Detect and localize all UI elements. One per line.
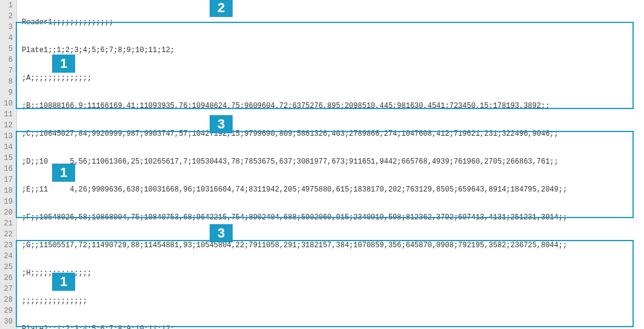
line-number: 16 <box>4 164 13 174</box>
code-line: ;G;;11505517,72;11490729,88;11454881,93;… <box>22 240 644 251</box>
highlight-box-plate1 <box>16 22 634 109</box>
code-line: Plate1;;1;2;3;4;5;6;7;8;9;10;11;12; <box>22 45 644 56</box>
line-number: 11 <box>4 109 13 120</box>
code-line: ;C;;10645027,84;9920999,987;9903747,57;1… <box>22 128 644 139</box>
line-number: 8 <box>4 76 13 87</box>
line-number: 7 <box>4 65 13 76</box>
line-number: 6 <box>4 55 13 65</box>
code-line: ;H;;;;;;;;;;;;;; <box>22 268 644 279</box>
line-number: 29 <box>4 305 13 316</box>
text-editor: 1 2 3 4 5 6 7 8 9 10 11 12 13 14 15 16 1… <box>0 0 644 329</box>
text-content[interactable]: Reader1;;;;;;;;;;;;;; Plate1;;1;2;3;4;5;… <box>17 0 644 329</box>
line-number: 30 <box>4 316 13 327</box>
line-number: 18 <box>4 185 13 196</box>
code-line: ;;;;;;;;;;;;;;; <box>22 296 644 307</box>
code-line: ;D;;10 5,56;11061366,25;10265617,7;10530… <box>22 156 644 167</box>
line-number: 17 <box>4 174 13 185</box>
line-number: 27 <box>4 284 13 294</box>
line-number: 23 <box>4 240 13 251</box>
line-number: 1 <box>4 0 13 11</box>
code-line: ;B;;10888166,9;11166169,41;11093935,76;1… <box>22 101 644 111</box>
code-line: Plate2;;1;2;3;4;5;6;7;8;9;10;11;12; <box>22 324 644 329</box>
code-line: ;A;;;;;;;;;;;;;; <box>22 73 644 84</box>
line-number: 25 <box>4 262 13 273</box>
code-line: ;E;;11 4,26;9909636,638;10031668,96;1031… <box>22 184 644 195</box>
line-number: 26 <box>4 273 13 284</box>
line-number: 21 <box>4 218 13 229</box>
line-number: 10 <box>4 98 13 109</box>
line-number: 13 <box>4 131 13 142</box>
annotation-marker-1: 1 <box>52 55 75 73</box>
annotation-marker-2: 2 <box>210 0 233 17</box>
line-number: 22 <box>4 229 13 240</box>
line-number: 12 <box>4 120 13 131</box>
code-line: Reader1;;;;;;;;;;;;;; <box>22 17 644 28</box>
line-number: 14 <box>4 142 13 153</box>
line-number: 28 <box>4 294 13 305</box>
highlight-box-plate3 <box>16 240 634 327</box>
highlight-box-plate2 <box>16 131 634 218</box>
line-number: 4 <box>4 33 13 44</box>
line-number: 20 <box>4 207 13 218</box>
code-line: ;F;;10548026,58;10868004,75;10840753,68;… <box>22 212 644 223</box>
line-number: 24 <box>4 251 13 262</box>
line-number: 3 <box>4 22 13 33</box>
line-number: 19 <box>4 196 13 207</box>
line-number-gutter: 1 2 3 4 5 6 7 8 9 10 11 12 13 14 15 16 1… <box>0 0 17 329</box>
line-number: 15 <box>4 153 13 164</box>
line-number: 2 <box>4 11 13 22</box>
line-number: 5 <box>4 44 13 55</box>
line-number: 9 <box>4 87 13 98</box>
